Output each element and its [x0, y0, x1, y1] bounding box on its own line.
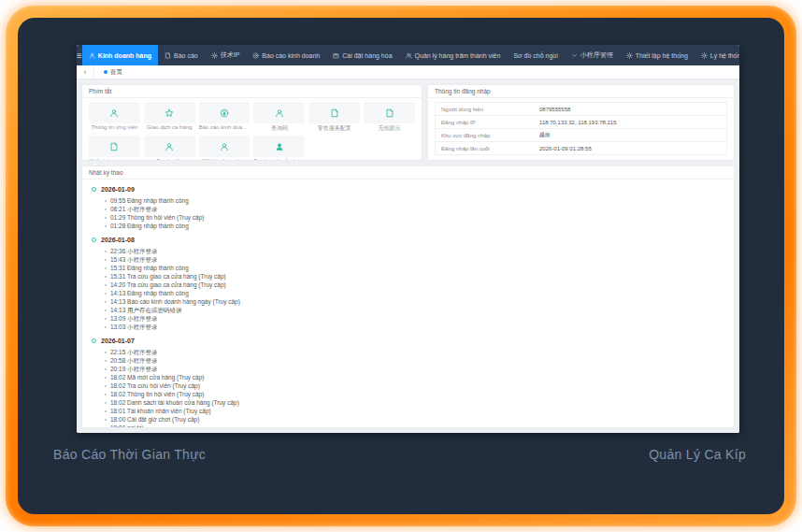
shortcut-card-5[interactable] — [308, 102, 360, 123]
timeline-circle-icon — [92, 338, 96, 343]
log-item: 18:02 Mã mới cửa hàng (Truy cập) — [105, 373, 724, 381]
navbar-tabs: Kinh doanh hàngBáo cáo技术IPBáo cáo kinh d… — [82, 45, 739, 65]
log-item-text: 08:21 小程序登录 — [110, 205, 158, 213]
shortcut-label: 查询码 — [253, 124, 305, 133]
bullet-dot-icon — [105, 251, 107, 252]
bullet-dot-icon — [105, 267, 107, 269]
shortcuts-panel: Phím tắt Thông tin ứng viênGiao dịch ca … — [81, 84, 422, 161]
nav-tab-label: Báo cáo — [174, 52, 198, 59]
bullet-dot-icon — [105, 225, 107, 227]
bullet-dot-icon — [105, 276, 107, 278]
shortcut-label: Danh sách cửa hàng tài k... — [253, 158, 305, 161]
log-item: 22:15 小程序登录 — [105, 348, 724, 356]
log-item: 15:43 小程序登录 — [105, 255, 724, 264]
nav-tab-label: 技术IP — [221, 50, 240, 60]
nav-tab-9[interactable]: Thiết lập hệ thống — [620, 45, 695, 65]
log-item: 13:09 小程序登录 — [105, 314, 724, 323]
log-items: 22:15 小程序登录20:58 小程序登录20:19 小程序登录18:02 M… — [105, 348, 724, 427]
activity-log-title: Nhật ký thao — [82, 166, 734, 180]
login-info-value: 2026-01-09 01:28:55 — [539, 146, 592, 151]
log-item-text: 22:36 小程序登录 — [110, 247, 158, 255]
nav-tab-8[interactable]: 小程序管理 — [565, 45, 620, 65]
login-info-label: Đăng nhập lần cuối — [436, 146, 539, 151]
person-icon — [275, 108, 284, 118]
shortcut-card-4[interactable] — [253, 102, 305, 123]
tab-home-label: 首页 — [110, 68, 122, 77]
top-panels-row: Phím tắt Thông tin ứng viênGiao dịch ca … — [81, 84, 735, 161]
bullet-dot-icon — [105, 360, 107, 362]
log-item: 18:00 Cài đặt giờ chơi (Truy cập) — [105, 415, 724, 424]
log-item: 14:20 Tra cứu giao ca cửa hàng (Truy cập… — [105, 280, 724, 289]
bullet-dot-icon — [105, 217, 107, 219]
log-item-text: 18:02 Tra cứu hội viên (Truy cập) — [110, 381, 200, 390]
log-item-text: 18:01 Tài khoản nhân viên (Truy cập) — [110, 407, 211, 415]
nav-tab-10[interactable]: Lý hệ thống — [695, 45, 739, 65]
log-item: 20:58 小程序登录 — [105, 356, 724, 365]
login-info-label: Người dùng hiện — [436, 107, 539, 112]
nav-tab-3[interactable]: 技术IP — [205, 45, 247, 65]
shortcut-label: Báo cáo kinh doanh hàng... — [199, 124, 251, 130]
log-group: 2026-01-0722:15 小程序登录20:58 小程序登录20:19 小程… — [92, 336, 724, 427]
nav-tab-1[interactable]: Kinh doanh hàng — [82, 45, 158, 65]
log-item: 15:31 Đăng nhập thành công — [105, 264, 724, 272]
shortcut-label: Thông tin ứng viên — [89, 124, 140, 130]
gear-icon — [626, 52, 633, 59]
nav-tab-6[interactable]: Quản lý hàng trăm thành viên — [399, 45, 508, 65]
shortcuts-panel-title: Phím tắt — [82, 85, 422, 98]
tab-home[interactable]: 首页 — [94, 65, 132, 79]
nav-tab-4[interactable]: Báo cáo kinh doanh — [246, 45, 326, 65]
shortcut-label: Trạch viên — [144, 158, 195, 161]
shortcut-card-1[interactable] — [89, 102, 140, 123]
chevron-down-icon — [571, 52, 578, 59]
shortcut-card-2[interactable] — [144, 102, 195, 123]
doc-icon — [165, 52, 171, 59]
log-item-text: 18:00 gọi tối — [110, 424, 143, 427]
log-item-text: 01:29 Thông tin hội viên (Truy cập) — [110, 213, 204, 222]
back-chevron-icon[interactable]: ‹ — [77, 65, 94, 79]
bullet-dot-icon — [105, 377, 107, 379]
nav-tab-2[interactable]: Báo cáo — [158, 45, 205, 65]
login-info-value: 118.70.133.32, 118.193.78.215 — [539, 120, 617, 125]
bullet-dot-icon — [105, 419, 107, 421]
log-item-text: 15:43 小程序登录 — [110, 255, 158, 264]
shortcut-card-9[interactable] — [199, 136, 251, 157]
bullet-dot-icon — [105, 318, 107, 320]
nav-tab-label: 小程序管理 — [580, 50, 613, 60]
shortcut-3: Báo cáo kinh doanh hàng... — [199, 102, 251, 133]
shortcut-card-10[interactable] — [253, 136, 305, 157]
shortcut-6: 无纸娱乐 — [364, 102, 415, 133]
nav-tab-7[interactable]: Sơ đồ chỗ ngồi — [507, 45, 564, 65]
log-date: 2026-01-07 — [101, 338, 135, 344]
login-info-value: 0879555558 — [539, 107, 570, 112]
bullet-dot-icon — [105, 200, 107, 202]
log-group: 2026-01-0822:36 小程序登录15:43 小程序登录15:31 Đă… — [92, 235, 724, 331]
login-info-panel-title: Thông tin đăng nhập — [428, 85, 734, 98]
shortcut-1: Thông tin ứng viên — [89, 102, 140, 133]
nav-tab-label: Lý hệ thống — [710, 52, 739, 59]
person-icon — [89, 52, 95, 59]
log-item: 18:02 Tra cứu hội viên (Truy cập) — [105, 381, 724, 390]
shortcut-card-7[interactable] — [89, 136, 140, 157]
log-item-text: 18:00 Cài đặt giờ chơi (Truy cập) — [110, 415, 199, 424]
log-item: 18:02 Thông tin hội viên (Truy cập) — [105, 390, 724, 398]
log-item: 14:13 用户存在或密码错误 — [105, 306, 724, 314]
activity-log-body: 2026-01-0909:55 Đăng nhập thành công08:2… — [82, 180, 734, 427]
main-content: Phím tắt Thông tin ứng viênGiao dịch ca … — [77, 79, 739, 433]
shortcut-card-8[interactable] — [144, 136, 195, 157]
log-item-text: 22:15 小程序登录 — [110, 348, 158, 356]
gear-icon — [701, 52, 708, 59]
bullet-dot-icon — [105, 402, 107, 404]
shortcut-card-3[interactable] — [199, 102, 251, 123]
shortcut-8: Trạch viên — [144, 136, 195, 161]
log-item-text: 20:19 小程序登录 — [110, 365, 158, 373]
shortcut-card-6[interactable] — [364, 102, 415, 123]
log-item: 18:01 Tài khoản nhân viên (Truy cập) — [105, 407, 724, 415]
log-item-text: 13:03 小程序登录 — [110, 323, 158, 331]
shortcut-label: 零售服务配置 — [308, 124, 360, 133]
nav-tab-5[interactable]: Cài đặt hàng hóa — [326, 45, 398, 65]
login-info-row: Người dùng hiện0879555558 — [436, 103, 726, 116]
log-item: 09:55 Đăng nhập thành công — [105, 196, 724, 205]
log-item: 20:19 小程序登录 — [105, 365, 724, 373]
shortcut-label: Giao dịch ca hàng — [144, 124, 195, 130]
log-date: 2026-01-08 — [101, 237, 135, 243]
